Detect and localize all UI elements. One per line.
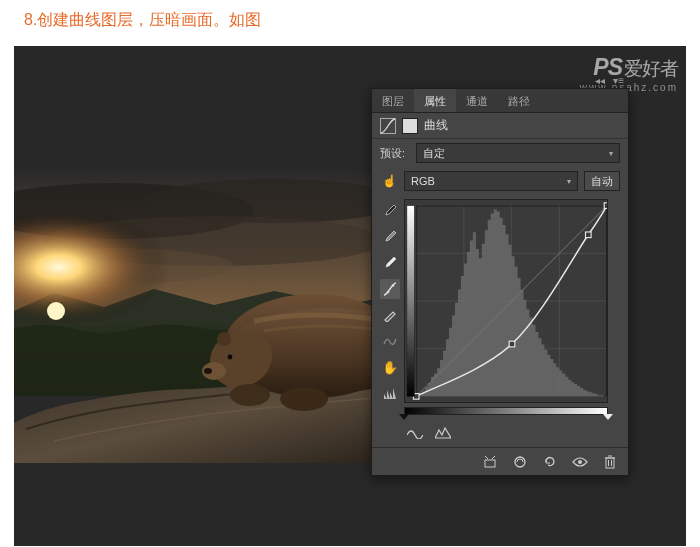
tab-0[interactable]: 图层: [372, 89, 414, 112]
histogram-toggle-icon[interactable]: [380, 383, 400, 403]
finger-icon[interactable]: ☝: [380, 173, 398, 189]
eyedropper-white-icon[interactable]: [380, 253, 400, 273]
preset-label: 预设:: [380, 146, 410, 161]
svg-rect-28: [585, 232, 591, 238]
tab-3[interactable]: 路径: [498, 89, 540, 112]
black-point-handle[interactable]: [399, 414, 409, 420]
svg-point-11: [204, 368, 212, 374]
reset-icon[interactable]: [542, 454, 558, 470]
svg-rect-31: [485, 460, 495, 467]
hand-icon[interactable]: ✋: [380, 357, 400, 377]
svg-point-9: [217, 332, 231, 346]
delete-icon[interactable]: [602, 454, 618, 470]
mask-icon: [402, 118, 418, 134]
clip-to-layer-icon[interactable]: [482, 454, 498, 470]
svg-rect-27: [509, 341, 515, 347]
properties-panel: ◂◂ ▾≡ 图层属性通道路径 曲线 预设: 自定 ▾ ☝ RGB ▾: [371, 88, 629, 476]
svg-point-14: [280, 387, 328, 411]
panel-tabstrip: 图层属性通道路径: [372, 89, 628, 113]
preset-value: 自定: [423, 146, 445, 161]
smooth-icon[interactable]: [380, 331, 400, 351]
auto-button[interactable]: 自动: [584, 171, 620, 191]
eyedropper-black-icon[interactable]: [380, 201, 400, 221]
tab-2[interactable]: 通道: [456, 89, 498, 112]
white-point-handle[interactable]: [603, 414, 613, 420]
wavy-icon[interactable]: [406, 425, 424, 441]
curve-graph[interactable]: [404, 199, 608, 403]
svg-point-12: [228, 355, 233, 360]
eyedropper-gray-icon[interactable]: [380, 227, 400, 247]
svg-point-13: [230, 384, 270, 406]
panel-collapse-icon[interactable]: ◂◂: [595, 75, 605, 86]
preset-select[interactable]: 自定 ▾: [416, 143, 620, 163]
output-slider[interactable]: [404, 405, 608, 419]
svg-point-6: [47, 302, 65, 320]
svg-rect-29: [604, 203, 607, 209]
mountains-icon[interactable]: [434, 425, 452, 441]
view-previous-icon[interactable]: [512, 454, 528, 470]
curves-icon: [380, 118, 396, 134]
panel-menu-icon[interactable]: ▾≡: [613, 75, 624, 86]
tab-1[interactable]: 属性: [414, 89, 456, 112]
workspace: PS爱好者 www.psahz.com: [14, 45, 686, 547]
adjustment-title: 曲线: [424, 117, 448, 134]
watermark-suffix: 爱好者: [624, 58, 678, 79]
instruction-text: 8.创建曲线图层，压暗画面。如图: [24, 10, 261, 31]
chevron-down-icon: ▾: [567, 177, 571, 186]
chevron-down-icon: ▾: [609, 149, 613, 158]
visibility-icon[interactable]: [572, 454, 588, 470]
svg-rect-34: [606, 458, 614, 468]
point-tool-icon[interactable]: [380, 279, 400, 299]
canvas-preview: [14, 171, 386, 463]
pencil-tool-icon[interactable]: [380, 305, 400, 325]
svg-point-17: [392, 284, 395, 287]
channel-select[interactable]: RGB ▾: [404, 171, 578, 191]
channel-value: RGB: [411, 175, 435, 187]
svg-point-16: [387, 291, 390, 294]
svg-point-33: [578, 460, 582, 464]
svg-rect-30: [407, 206, 414, 397]
